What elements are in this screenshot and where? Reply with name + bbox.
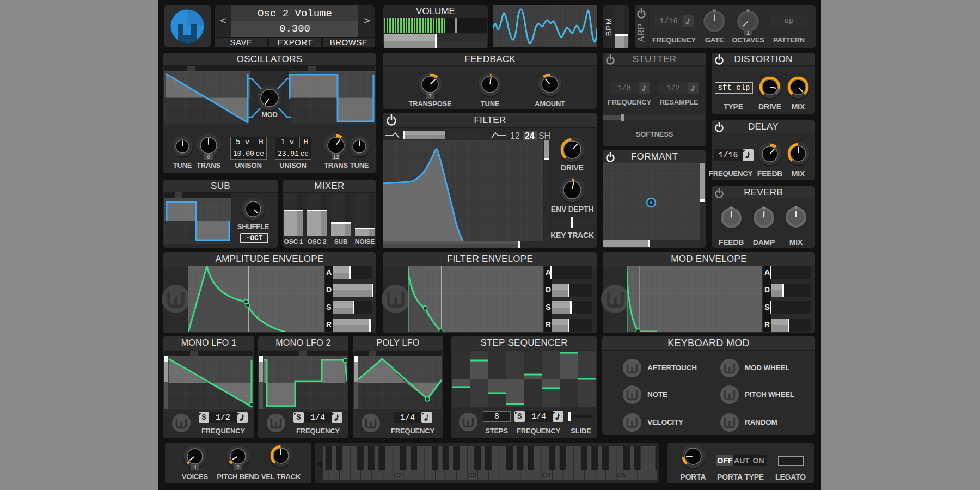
svg-text:2: 2: [236, 465, 240, 471]
svg-text:0: 0: [207, 155, 210, 161]
svg-text:C2: C2: [394, 471, 402, 479]
svg-text:1: 1: [746, 30, 750, 36]
svg-text:7: 7: [428, 94, 432, 100]
svg-text:12: 12: [333, 155, 339, 161]
svg-text:C5: C5: [617, 471, 626, 479]
svg-text:C4: C4: [543, 471, 552, 479]
svg-text:4: 4: [193, 465, 197, 471]
svg-text:C3: C3: [468, 471, 477, 479]
